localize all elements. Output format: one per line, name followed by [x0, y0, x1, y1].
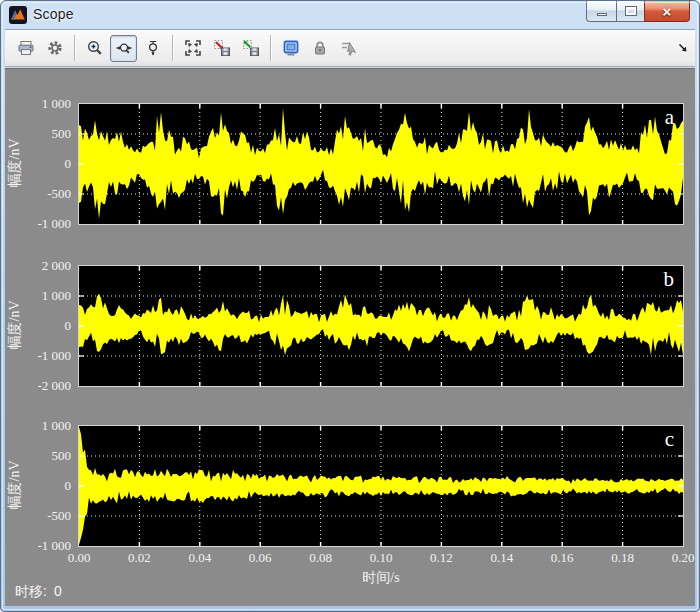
x-tick-label: 0.14 [480, 550, 524, 566]
overflow-arrow-icon [677, 42, 689, 54]
y-tick-label: 500 [9, 127, 71, 141]
y-tick-label: 0 [9, 479, 71, 493]
toolbar-separator [270, 35, 271, 61]
time-offset-label: 时移: [15, 583, 47, 599]
zoom-x-button[interactable] [110, 35, 137, 62]
x-axis-label: 时间/s [79, 569, 683, 587]
x-tick-label: 0.02 [117, 550, 161, 566]
y-tick-label: 0 [9, 157, 71, 171]
parameters-button[interactable] [41, 35, 68, 62]
x-tick-label: 0.18 [601, 550, 645, 566]
plot-c[interactable]: c [79, 426, 683, 546]
y-tick-label: 1 000 [9, 289, 71, 303]
signal-cursor-icon [340, 39, 358, 57]
lock-axes-button[interactable] [306, 35, 333, 62]
caption-buttons: × [586, 1, 690, 22]
printer-icon [17, 39, 35, 57]
y-tick-label: 2 000 [9, 259, 71, 273]
restore-axes-button[interactable] [237, 35, 264, 62]
time-offset-status: 时移:0 [15, 583, 62, 601]
zoom-button[interactable] [81, 35, 108, 62]
toolbar-separator [74, 35, 75, 61]
y-tick-label: 500 [9, 449, 71, 463]
close-icon: × [663, 4, 672, 19]
signal-selection-button[interactable] [335, 35, 362, 62]
zoom-x-icon [115, 39, 133, 57]
y-tick-label: -1 000 [9, 349, 71, 363]
plot-c-corner-label: c [665, 427, 674, 452]
x-axis-ticks: 0.00 0.02 0.04 0.06 0.08 0.10 0.12 0.14 … [5, 550, 695, 564]
plot-a-corner-label: a [665, 105, 674, 130]
time-offset-value: 0 [54, 583, 62, 599]
gear-icon [46, 39, 64, 57]
x-tick-label: 0.20 [661, 550, 700, 566]
y-tick-label: 1 000 [9, 97, 71, 111]
x-tick-label: 0.10 [359, 550, 403, 566]
floating-scope-icon [282, 39, 300, 57]
autoscale-button[interactable] [179, 35, 206, 62]
plot-a[interactable]: a [79, 104, 683, 224]
scope-window: Scope × [0, 0, 700, 612]
y-tick-label: 0 [9, 319, 71, 333]
x-tick-label: 0.00 [57, 550, 101, 566]
restore-axes-green-icon [242, 39, 260, 57]
save-axes-red-icon [213, 39, 231, 57]
toolbar-overflow-arrow[interactable] [677, 40, 689, 58]
restore-icon [626, 7, 636, 15]
x-tick-label: 0.08 [299, 550, 343, 566]
y-tick-label: -2 000 [9, 379, 71, 393]
plot-b[interactable]: b [79, 266, 683, 386]
x-tick-label: 0.04 [178, 550, 222, 566]
zoom-in-icon [86, 39, 104, 57]
autoscale-icon [184, 39, 202, 57]
y-tick-label: -1 000 [9, 217, 71, 231]
minimize-button[interactable] [586, 1, 616, 22]
titlebar[interactable]: Scope × [1, 1, 699, 29]
y-tick-label: -500 [9, 509, 71, 523]
plot-group-b: 幅度/nV 2 000 1 000 0 -1 000 -2 000 b [5, 266, 695, 386]
plot-group-a: 幅度/nV 1 000 500 0 -500 -1 000 a [5, 104, 695, 224]
window-title: Scope [33, 6, 74, 22]
toolbar [5, 29, 695, 67]
matlab-scope-icon [9, 6, 27, 24]
plot-group-c: 幅度/nV 1 000 500 0 -500 -1 000 c [5, 426, 695, 546]
lock-icon [311, 39, 329, 57]
plot-b-corner-label: b [664, 267, 675, 292]
y-tick-label: 1 000 [9, 419, 71, 433]
close-button[interactable]: × [644, 1, 690, 22]
zoom-y-icon [144, 39, 162, 57]
zoom-y-button[interactable] [139, 35, 166, 62]
y-tick-label: -500 [9, 187, 71, 201]
x-tick-label: 0.06 [238, 550, 282, 566]
save-axes-button[interactable] [208, 35, 235, 62]
x-tick-label: 0.16 [540, 550, 584, 566]
floating-scope-button[interactable] [277, 35, 304, 62]
print-button[interactable] [12, 35, 39, 62]
figure-area: 幅度/nV 1 000 500 0 -500 -1 000 a 幅度/nV 2 … [5, 68, 695, 606]
restore-button[interactable] [616, 1, 644, 22]
minimize-icon [597, 13, 607, 16]
toolbar-separator [172, 35, 173, 61]
x-tick-label: 0.12 [419, 550, 463, 566]
